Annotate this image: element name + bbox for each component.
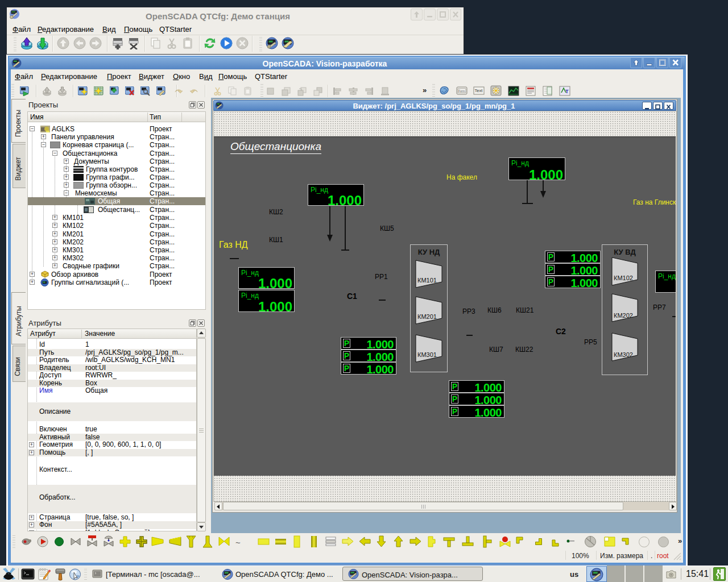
svg-text:T: T: [565, 89, 569, 94]
svg-text:Form: Form: [458, 89, 465, 93]
svg-text:Text: Text: [475, 88, 483, 93]
